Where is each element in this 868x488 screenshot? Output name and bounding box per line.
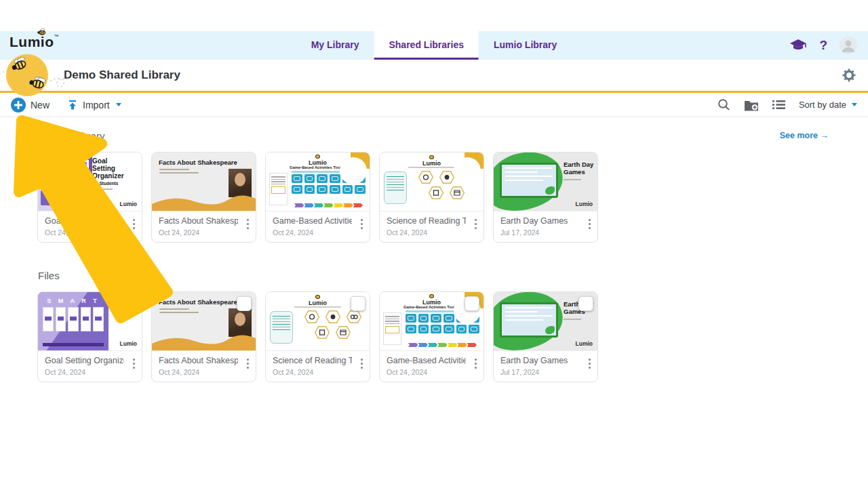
section-heading: Shared Library bbox=[38, 130, 104, 142]
plus-icon bbox=[11, 98, 26, 113]
section-files-header: Files bbox=[38, 270, 829, 283]
page-title: Demo Shared Library bbox=[64, 60, 180, 91]
corner-fold bbox=[351, 152, 370, 169]
thumbnail-earth-day: Earth DayGames Lumio bbox=[494, 152, 597, 211]
card-date: Jul 17, 2024 bbox=[500, 228, 580, 237]
tab-my-library[interactable]: My Library bbox=[296, 31, 374, 60]
logo-text: Lumio bbox=[9, 34, 54, 49]
card-menu-button[interactable] bbox=[589, 219, 591, 231]
sort-caret-icon bbox=[852, 103, 857, 106]
card-date: Oct 24, 2024 bbox=[273, 368, 352, 376]
card-title: Game-Based Activities... bbox=[273, 216, 352, 226]
import-caret-icon bbox=[116, 103, 121, 106]
thumbnail-earth-day: Earth DayGames Lumio bbox=[494, 292, 597, 351]
graduation-cap-icon[interactable] bbox=[789, 39, 807, 52]
card-menu-button[interactable] bbox=[589, 359, 591, 371]
files-card-row: S M A R T Lumio Goal Setting Organizers … bbox=[37, 291, 868, 382]
sort-by-date-dropdown[interactable]: Sort by date bbox=[799, 100, 857, 110]
top-right-icons: ? bbox=[789, 31, 857, 60]
card-game-based-file[interactable]: Lumio Game-Based Activities Toolkit Game… bbox=[379, 291, 484, 382]
top-navigation-bar: Lumio™ My Library Shared Libraries Lumio… bbox=[0, 31, 868, 60]
lumio-logo[interactable]: Lumio™ bbox=[9, 34, 59, 50]
help-button[interactable]: ? bbox=[819, 38, 827, 53]
see-more-arrow-icon: → bbox=[821, 131, 829, 140]
card-footer: Facts About Shakespe... Oct 24, 2024 bbox=[152, 351, 256, 382]
account-avatar[interactable] bbox=[840, 37, 857, 54]
earth-day-slide bbox=[500, 302, 558, 338]
settings-gear-icon[interactable] bbox=[842, 68, 856, 82]
card-title: Earth Day Games bbox=[500, 356, 580, 365]
logo-tm: ™ bbox=[54, 34, 59, 39]
library-toolbar: New Import bbox=[0, 93, 868, 117]
card-footer: Earth Day Games Jul 17, 2024 bbox=[494, 211, 597, 242]
card-menu-button[interactable] bbox=[247, 359, 250, 371]
card-menu-button[interactable] bbox=[475, 359, 477, 371]
card-title: Science of Reading To... bbox=[273, 356, 352, 365]
card-date: Oct 24, 2024 bbox=[45, 368, 124, 376]
card-date: Oct 24, 2024 bbox=[45, 228, 124, 237]
card-footer: Earth Day Games Jul 17, 2024 bbox=[494, 351, 597, 382]
card-date: Oct 24, 2024 bbox=[387, 368, 466, 376]
toolbar-right: Sort by date bbox=[717, 98, 857, 111]
card-menu-button[interactable] bbox=[133, 359, 136, 371]
earth-day-slide bbox=[500, 163, 558, 198]
card-footer: Game-Based Activities... Oct 24, 2024 bbox=[266, 211, 370, 242]
card-menu-button[interactable] bbox=[133, 219, 136, 231]
card-menu-button[interactable] bbox=[361, 219, 363, 231]
card-earth-day[interactable]: Earth DayGames Lumio Earth Day Games Jul… bbox=[493, 152, 598, 243]
see-more-link[interactable]: See more → bbox=[780, 131, 829, 140]
card-menu-button[interactable] bbox=[247, 219, 250, 231]
card-title: Goal Setting Organizers bbox=[45, 356, 124, 365]
lumio-library-screen: Lumio™ My Library Shared Libraries Lumio… bbox=[0, 0, 868, 488]
card-date: Oct 24, 2024 bbox=[387, 228, 466, 237]
list-view-icon[interactable] bbox=[772, 100, 785, 110]
card-date: Oct 24, 2024 bbox=[273, 228, 352, 237]
card-game-based[interactable]: Lumio Game-Based Activities Toolkit Game… bbox=[265, 152, 370, 243]
thumbnail-shakespeare: Facts About Shakespeare bbox=[152, 152, 256, 211]
card-title: Earth Day Games bbox=[500, 216, 580, 226]
select-checkbox[interactable] bbox=[578, 296, 593, 311]
select-checkbox[interactable] bbox=[237, 296, 252, 311]
card-goal-setting[interactable]: GoalSettingOrganizer for Students Lumio … bbox=[37, 152, 142, 243]
select-checkbox[interactable] bbox=[465, 296, 479, 311]
card-date: Oct 24, 2024 bbox=[159, 228, 238, 237]
card-goal-setting-file[interactable]: S M A R T Lumio Goal Setting Organizers … bbox=[37, 291, 142, 382]
thumbnail-game-based: Lumio Game-Based Activities Toolkit bbox=[266, 152, 370, 211]
card-date: Oct 24, 2024 bbox=[159, 368, 238, 376]
new-button[interactable]: New bbox=[11, 98, 50, 113]
new-folder-icon[interactable] bbox=[744, 99, 759, 111]
library-content: Shared Library See more → GoalSettingOrg… bbox=[0, 118, 868, 488]
card-shakespeare-file[interactable]: Facts About Shakespeare Facts About Shak… bbox=[151, 291, 256, 382]
card-shakespeare[interactable]: Facts About Shakespeare Facts About Shak… bbox=[151, 152, 256, 243]
thumbnail-goal-setting: GoalSettingOrganizer for Students Lumio bbox=[38, 152, 142, 211]
import-upload-icon bbox=[67, 100, 78, 110]
card-menu-button[interactable] bbox=[475, 219, 477, 231]
library-bee-avatar bbox=[0, 53, 80, 99]
section-heading: Files bbox=[38, 270, 60, 281]
thumbnail-game-based: Lumio Game-Based Activities Toolkit bbox=[380, 292, 484, 351]
card-footer: Game-Based Activities... Oct 24, 2024 bbox=[380, 351, 484, 382]
yellow-wave bbox=[152, 333, 256, 350]
yellow-wave bbox=[152, 193, 256, 211]
tab-shared-libraries[interactable]: Shared Libraries bbox=[374, 31, 479, 60]
card-menu-button[interactable] bbox=[361, 359, 363, 371]
library-header: Demo Shared Library bbox=[0, 60, 868, 93]
thumbnail-science-reading: Lumio bbox=[380, 152, 484, 211]
search-icon[interactable] bbox=[717, 98, 730, 111]
card-title: Facts About Shakespe... bbox=[159, 356, 238, 365]
card-title: Game-Based Activities... bbox=[387, 356, 466, 365]
card-science-reading-file[interactable]: Lumio bbox=[265, 291, 370, 382]
thumbnail-shakespeare: Facts About Shakespeare bbox=[152, 292, 256, 351]
card-earth-day-file[interactable]: Earth DayGames Lumio Earth Day Games Jul… bbox=[493, 291, 598, 382]
card-footer: Science of Reading To... Oct 24, 2024 bbox=[380, 211, 484, 242]
card-science-reading[interactable]: Lumio bbox=[379, 152, 484, 243]
select-checkbox[interactable] bbox=[351, 296, 366, 311]
card-footer: Facts About Shakespe... Oct 24, 2024 bbox=[152, 211, 256, 242]
import-button[interactable]: Import bbox=[67, 100, 121, 110]
library-tabs: My Library Shared Libraries Lumio Librar… bbox=[296, 31, 572, 60]
thumbnail-smart-goals: S M A R T Lumio bbox=[38, 292, 142, 351]
import-label: Import bbox=[83, 100, 110, 110]
card-title: Goal Setting Organizers bbox=[45, 216, 124, 226]
tab-lumio-library[interactable]: Lumio Library bbox=[479, 31, 572, 60]
card-title: Science of Reading To... bbox=[387, 216, 466, 226]
